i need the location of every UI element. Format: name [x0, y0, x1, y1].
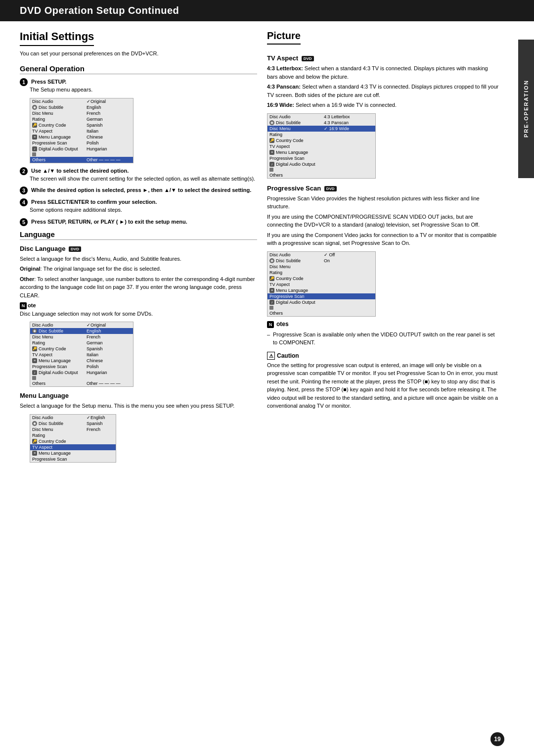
step-2-bold: Use ▲/▼ to select the desired option. — [31, 168, 129, 174]
side-tab-label: PRE-OPERATION — [523, 80, 529, 138]
ps-text2: If you are using the COMPONENT/PROGRESSI… — [267, 213, 499, 229]
menu-label: TV Aspect — [269, 282, 324, 287]
menu-label: ♪ Digital Audio Output — [269, 300, 324, 305]
menu-row — [267, 305, 375, 310]
menu-row: Rating — [267, 132, 375, 138]
menu-value: Other — — — — — [87, 157, 121, 162]
menu-value: ✓English — [87, 415, 105, 420]
menu-label: Disc Audio — [269, 114, 324, 119]
menu-row: Disc Menu French — [30, 110, 133, 116]
menu-language-title: Menu Language — [20, 392, 257, 399]
tv-aspect-title: TV Aspect DVD — [267, 54, 499, 62]
menu-label: ≡ Menu Language — [269, 150, 324, 155]
tv-aspect-text2: 4:3 Panscan: Select when a standard 4:3 … — [267, 83, 499, 99]
menu-row: Progressive Scan Polish — [30, 364, 133, 370]
step-3-bold: While the desired option is selected, pr… — [31, 187, 251, 193]
menu-row: Disc Menu ✓ 16:9 Wide — [267, 126, 375, 132]
menu-icon: ≡ — [32, 135, 37, 140]
menu-row: Disc Audio ✓Original — [30, 322, 133, 328]
notes-section: N otes Progressive Scan is available onl… — [267, 321, 499, 347]
ps-text1: Progressive Scan Video provides the high… — [267, 194, 499, 211]
step-5-bold: Press SETUP, RETURN, or PLAY ( ►) to exi… — [31, 218, 187, 224]
menu-label — [269, 168, 324, 172]
menu-label — [32, 376, 87, 380]
menu-label: TV Aspect — [32, 445, 87, 450]
tv-bold3: 16:9 Wide: — [267, 102, 294, 108]
menu-row: ◉ Disc Subtitle English — [30, 328, 133, 334]
menu-row: 🔑 Country Code — [30, 438, 116, 444]
menu-value: Spanish — [87, 421, 103, 426]
menu-label: Rating — [32, 433, 87, 438]
menu-row: TV Aspect — [267, 143, 375, 149]
menu-label: 🔑 Country Code — [32, 346, 87, 351]
disc-icon4: ◉ — [269, 120, 274, 125]
menu-value: ✓ Off — [324, 252, 335, 257]
menu-row: ♪ Digital Audio Output Hungarian — [30, 370, 133, 376]
menu-label: Disc Audio — [32, 323, 87, 328]
menu-row: Rating — [267, 270, 375, 276]
menu-box-2: Disc Audio ✓Original ◉ Disc Subtitle Eng… — [30, 322, 134, 387]
menu-label: ♪ Digital Audio Output — [32, 370, 87, 375]
step-5-number: 5 — [20, 218, 28, 226]
step-2-number: 2 — [20, 167, 28, 175]
menu-label: ≡ Menu Language — [269, 288, 324, 293]
menu-label: 🔑 Country Code — [269, 138, 324, 143]
dvd-badge-tv: DVD — [302, 56, 314, 61]
left-column: Initial Settings You can set your person… — [20, 30, 257, 467]
menu-label: Disc Audio — [32, 415, 87, 420]
menu-label: TV Aspect — [269, 144, 324, 149]
menu-value: Chinese — [87, 358, 103, 363]
menu-label: TV Aspect — [32, 129, 87, 134]
step-3: 3 While the desired option is selected, … — [20, 187, 257, 194]
page-number: 19 — [490, 732, 504, 746]
tv-bold2: 4:3 Panscan: — [267, 84, 301, 90]
menu-label: ◉ Disc Subtitle — [269, 120, 324, 125]
small-icon — [32, 152, 36, 156]
menu-value: 4:3 Panscan — [324, 120, 349, 125]
menu-label: 🔑 Country Code — [32, 439, 87, 444]
menu-row: ◉ Disc Subtitle Spanish — [30, 421, 116, 426]
menu-row: Disc Audio ✓Original — [30, 98, 133, 104]
menu-label: Others — [269, 173, 324, 178]
page-container: DVD Operation Setup Continued PRE-OPERAT… — [0, 0, 534, 756]
tv-val2: Select when a standard 4:3 TV is connect… — [267, 84, 498, 98]
note-box: Note Disc Language selection may not wor… — [20, 302, 257, 318]
menu-row: 🔑 Country Code — [267, 276, 375, 282]
menu-box-4: Disc Audio 4:3 Letterbox ◉ Disc Subtitle… — [267, 113, 376, 179]
progressive-scan-label: Progressive Scan — [267, 185, 321, 192]
intro-text: You can set your personal preferences on… — [20, 50, 257, 57]
menu-label: Disc Menu — [269, 126, 324, 131]
side-tab: PRE-OPERATION — [518, 40, 534, 178]
key-icon2: 🔑 — [32, 346, 37, 351]
step-1-bold: Press SETUP. — [31, 79, 66, 85]
menu-value: ✓ 16:9 Wide — [324, 126, 349, 131]
menu-row: Rating German — [30, 340, 133, 346]
menu-row: Disc Menu French — [30, 426, 116, 432]
disc-lang-text2: Original: The original language set for … — [20, 265, 257, 273]
menu-value: Polish — [87, 364, 99, 369]
caution-icon: ⚠ — [267, 352, 275, 360]
menu-icon2: ≡ — [32, 358, 37, 363]
disc-lang-text3: Other: To select another language, use n… — [20, 275, 257, 300]
caution-box: ⚠ Caution Once the setting for progressi… — [267, 352, 499, 410]
menu-icon3: ≡ — [32, 451, 37, 456]
audio-icon: ♪ — [32, 146, 37, 151]
step-4: 4 Press SELECT/ENTER to confirm your sel… — [20, 198, 257, 214]
menu-row: TV Aspect Italian — [30, 352, 133, 358]
note-title: ote — [28, 302, 36, 308]
disc-lang-val3: : To select another language, use number… — [20, 276, 255, 298]
menu-row: ♪ Digital Audio Output — [267, 161, 375, 167]
menu-row: Progressive Scan — [267, 293, 375, 299]
menu-row: ◉ Disc Subtitle 4:3 Panscan — [267, 120, 375, 126]
menu-row: Progressive Scan — [267, 155, 375, 161]
menu-value: Spanish — [87, 346, 103, 351]
menu-row: Rating German — [30, 116, 133, 122]
menu-value: On — [324, 258, 330, 263]
audio-icon4: ♪ — [269, 162, 274, 167]
disc-language-label: Disc Language — [20, 245, 65, 252]
header-bar: DVD Operation Setup Continued — [0, 0, 534, 21]
tv-aspect-label: TV Aspect — [267, 54, 298, 62]
key-icon3: 🔑 — [32, 439, 37, 444]
step-5: 5 Press SETUP, RETURN, or PLAY ( ►) to e… — [20, 218, 257, 226]
menu-row: Disc Menu — [267, 264, 375, 270]
